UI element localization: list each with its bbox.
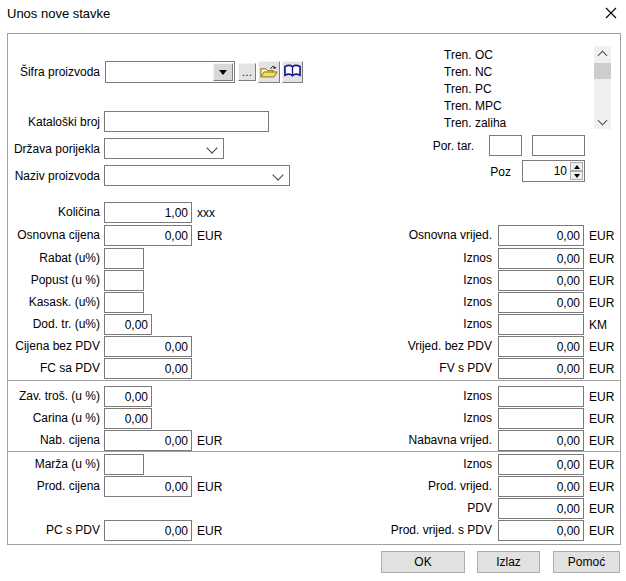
left-field-input[interactable]: [104, 430, 192, 451]
right-field-input[interactable]: [498, 314, 584, 335]
tren-list-item: Tren. MPC: [444, 98, 506, 115]
por-tar-input-2[interactable]: [532, 135, 585, 156]
unit-label: EUR: [589, 296, 614, 311]
left-field-input[interactable]: [104, 292, 144, 313]
left-field-label: Prod. cijena: [8, 479, 100, 494]
left-field-label: Cijena bez PDV: [8, 339, 100, 354]
left-field-label: Nab. cijena: [8, 433, 100, 448]
section-divider: [8, 451, 620, 452]
pomoc-button[interactable]: Pomoć: [553, 551, 620, 573]
scrollbar-thumb[interactable]: [594, 63, 611, 79]
right-field-input[interactable]: [498, 270, 584, 291]
right-field-input[interactable]: [498, 408, 584, 429]
poz-label: Poz: [428, 165, 511, 180]
left-field-label: Carina (u %): [8, 411, 100, 426]
unit-label: KM: [589, 318, 607, 333]
unit-label: EUR: [197, 434, 222, 449]
tren-list-item: Tren. NC: [444, 64, 506, 81]
kataloski-broj-label: Kataloški broj: [8, 115, 100, 130]
unit-label: EUR: [589, 229, 614, 244]
right-field-label: PDV: [304, 501, 492, 516]
left-field-input[interactable]: [104, 248, 144, 269]
form-group-box: Šifra proizvoda … Kataloški broj Država …: [7, 33, 621, 545]
scroll-down-button[interactable]: [594, 114, 611, 129]
close-icon: [605, 7, 617, 22]
por-tar-label: Por. tar.: [382, 139, 474, 154]
unit-label: EUR: [589, 362, 614, 377]
sifra-proizvoda-combobox[interactable]: [105, 61, 235, 83]
right-field-input[interactable]: [498, 292, 584, 313]
naziv-proizvoda-value: [109, 168, 269, 184]
scroll-up-button[interactable]: [594, 46, 611, 61]
right-field-input[interactable]: [498, 386, 584, 407]
open-folder-icon: [260, 64, 278, 81]
right-field-input[interactable]: [498, 520, 584, 541]
right-field-input[interactable]: [498, 358, 584, 379]
tren-list: Tren. OCTren. NCTren. PCTren. MPCTren. z…: [444, 47, 506, 132]
close-button[interactable]: [598, 2, 624, 26]
right-field-input[interactable]: [498, 248, 584, 269]
unit-label: EUR: [197, 480, 222, 495]
unit-label: EUR: [589, 412, 614, 427]
left-field-label: Marža (u %): [8, 457, 100, 472]
sifra-proizvoda-input[interactable]: [107, 63, 213, 81]
chevron-down-icon: [272, 169, 283, 180]
right-field-label: Prod. vrijed. s PDV: [304, 523, 492, 538]
book-icon: [284, 64, 301, 80]
right-field-input[interactable]: [498, 336, 584, 357]
right-field-label: Iznos: [304, 317, 492, 332]
left-field-input[interactable]: [104, 225, 192, 246]
right-field-input[interactable]: [498, 225, 584, 246]
poz-spin-down-button[interactable]: [570, 171, 583, 180]
open-folder-button[interactable]: [258, 61, 280, 83]
right-field-label: Iznos: [304, 457, 492, 472]
right-field-input[interactable]: [498, 454, 584, 475]
sifra-proizvoda-label: Šifra proizvoda: [8, 65, 100, 80]
left-field-input[interactable]: [104, 358, 192, 379]
sifra-dropdown-button[interactable]: [213, 63, 233, 81]
unit-label: EUR: [589, 390, 614, 405]
unit-label: EUR: [589, 340, 614, 355]
unit-label: EUR: [589, 274, 614, 289]
right-field-label: Iznos: [304, 411, 492, 426]
naziv-proizvoda-combobox[interactable]: [104, 165, 290, 186]
ok-button[interactable]: OK: [381, 551, 465, 573]
por-tar-input-1[interactable]: [489, 135, 522, 156]
naziv-proizvoda-label: Naziv proizvoda: [8, 169, 100, 184]
left-field-input[interactable]: [104, 202, 192, 223]
tren-list-item: Tren. OC: [444, 47, 506, 64]
spin-up-icon: [574, 165, 580, 169]
left-field-label: FC sa PDV: [8, 361, 100, 376]
left-field-input[interactable]: [104, 476, 192, 497]
poz-spinner[interactable]: [522, 160, 585, 182]
chevron-down-icon: [206, 142, 217, 153]
tren-list-scrollbar[interactable]: [594, 46, 611, 129]
drzava-porijekla-combobox[interactable]: [104, 138, 224, 159]
left-field-input[interactable]: [104, 520, 192, 541]
catalog-book-button[interactable]: [282, 61, 303, 83]
right-field-label: Nabavna vrijed.: [304, 433, 492, 448]
right-field-label: Prod. vrijed.: [304, 479, 492, 494]
unit-label: EUR: [589, 502, 614, 517]
right-field-input[interactable]: [498, 498, 584, 519]
right-field-label: Vrijed. bez PDV: [304, 339, 492, 354]
left-field-label: Osnovna cijena: [8, 228, 100, 243]
tren-list-item: Tren. zaliha: [444, 115, 506, 132]
right-field-input[interactable]: [498, 430, 584, 451]
left-field-input[interactable]: [104, 270, 144, 291]
left-field-label: Kasask. (u%): [8, 295, 100, 310]
spin-down-icon: [574, 174, 580, 178]
kataloski-broj-input[interactable]: [104, 111, 269, 132]
left-field-input[interactable]: [104, 386, 152, 407]
left-field-input[interactable]: [104, 408, 152, 429]
browse-ellipsis-button[interactable]: …: [238, 63, 256, 81]
left-field-label: Dod. tr. (u%): [8, 317, 100, 332]
left-field-input[interactable]: [104, 454, 144, 475]
left-field-input[interactable]: [104, 336, 192, 357]
poz-spin-up-button[interactable]: [570, 162, 583, 171]
right-field-input[interactable]: [498, 476, 584, 497]
drzava-porijekla-label: Država porijekla: [8, 142, 100, 157]
izlaz-button[interactable]: Izlaz: [477, 551, 540, 573]
left-field-label: Popust (u %): [8, 273, 100, 288]
left-field-input[interactable]: [104, 314, 152, 335]
